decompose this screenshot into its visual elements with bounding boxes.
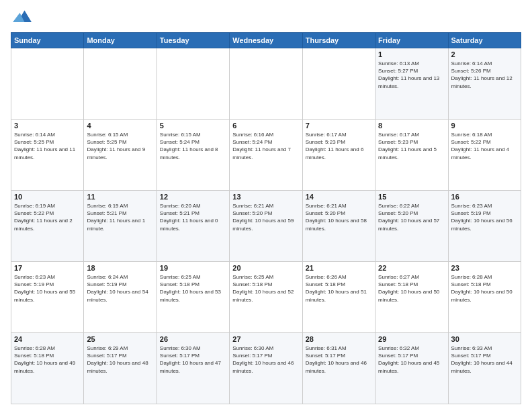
col-header-tuesday: Tuesday <box>157 33 229 48</box>
calendar-cell: 3Sunrise: 6:14 AMSunset: 5:25 PMDaylight… <box>11 120 84 191</box>
day-info: Sunrise: 6:15 AMSunset: 5:24 PMDaylight:… <box>160 131 226 161</box>
day-number: 11 <box>87 193 153 201</box>
day-info: Sunrise: 6:31 AMSunset: 5:17 PMDaylight:… <box>306 345 372 375</box>
day-info: Sunrise: 6:20 AMSunset: 5:21 PMDaylight:… <box>160 202 226 232</box>
day-number: 12 <box>160 193 226 201</box>
day-number: 13 <box>232 193 299 201</box>
calendar-header-row: SundayMondayTuesdayWednesdayThursdayFrid… <box>11 33 521 48</box>
day-number: 24 <box>14 335 81 343</box>
day-info: Sunrise: 6:29 AMSunset: 5:17 PMDaylight:… <box>87 345 153 375</box>
calendar-cell: 17Sunrise: 6:23 AMSunset: 5:19 PMDayligh… <box>11 262 84 333</box>
day-info: Sunrise: 6:30 AMSunset: 5:17 PMDaylight:… <box>232 345 299 375</box>
calendar-week-1: 1Sunrise: 6:13 AMSunset: 5:27 PMDaylight… <box>11 48 521 120</box>
day-info: Sunrise: 6:17 AMSunset: 5:23 PMDaylight:… <box>306 131 372 161</box>
calendar-cell <box>230 48 302 120</box>
calendar-week-5: 24Sunrise: 6:28 AMSunset: 5:18 PMDayligh… <box>11 333 521 404</box>
calendar-cell: 20Sunrise: 6:25 AMSunset: 5:18 PMDayligh… <box>230 262 302 333</box>
col-header-monday: Monday <box>84 33 157 48</box>
calendar-cell: 18Sunrise: 6:24 AMSunset: 5:19 PMDayligh… <box>84 262 157 333</box>
day-info: Sunrise: 6:22 AMSunset: 5:20 PMDaylight:… <box>378 202 445 232</box>
day-info: Sunrise: 6:21 AMSunset: 5:20 PMDaylight:… <box>232 202 299 232</box>
day-info: Sunrise: 6:16 AMSunset: 5:24 PMDaylight:… <box>232 131 299 161</box>
calendar-week-4: 17Sunrise: 6:23 AMSunset: 5:19 PMDayligh… <box>11 262 521 333</box>
day-number: 6 <box>232 122 299 130</box>
calendar-cell: 30Sunrise: 6:33 AMSunset: 5:17 PMDayligh… <box>448 333 521 404</box>
calendar-table: SundayMondayTuesdayWednesdayThursdayFrid… <box>11 32 521 404</box>
calendar-cell: 5Sunrise: 6:15 AMSunset: 5:24 PMDaylight… <box>157 120 229 191</box>
col-header-saturday: Saturday <box>448 33 521 48</box>
day-number: 23 <box>451 264 518 272</box>
calendar-cell: 16Sunrise: 6:23 AMSunset: 5:19 PMDayligh… <box>448 191 521 262</box>
day-number: 26 <box>160 335 226 343</box>
day-number: 21 <box>306 264 372 272</box>
calendar-cell: 11Sunrise: 6:19 AMSunset: 5:21 PMDayligh… <box>84 191 157 262</box>
calendar-cell <box>84 48 157 120</box>
day-number: 17 <box>14 264 81 272</box>
day-number: 7 <box>306 122 372 130</box>
day-number: 8 <box>378 122 445 130</box>
day-info: Sunrise: 6:26 AMSunset: 5:18 PMDaylight:… <box>306 273 372 304</box>
col-header-sunday: Sunday <box>11 33 84 48</box>
calendar-cell: 6Sunrise: 6:16 AMSunset: 5:24 PMDaylight… <box>230 120 302 191</box>
calendar-cell: 23Sunrise: 6:28 AMSunset: 5:18 PMDayligh… <box>448 262 521 333</box>
calendar-week-2: 3Sunrise: 6:14 AMSunset: 5:25 PMDaylight… <box>11 120 521 191</box>
calendar-week-3: 10Sunrise: 6:19 AMSunset: 5:22 PMDayligh… <box>11 191 521 262</box>
calendar-cell: 9Sunrise: 6:18 AMSunset: 5:22 PMDaylight… <box>448 120 521 191</box>
calendar-cell: 12Sunrise: 6:20 AMSunset: 5:21 PMDayligh… <box>157 191 229 262</box>
day-number: 30 <box>451 335 518 343</box>
calendar-cell: 21Sunrise: 6:26 AMSunset: 5:18 PMDayligh… <box>302 262 375 333</box>
day-info: Sunrise: 6:19 AMSunset: 5:21 PMDaylight:… <box>87 202 153 232</box>
calendar-cell: 2Sunrise: 6:14 AMSunset: 5:26 PMDaylight… <box>448 48 521 120</box>
day-info: Sunrise: 6:28 AMSunset: 5:18 PMDaylight:… <box>451 273 518 304</box>
col-header-wednesday: Wednesday <box>230 33 302 48</box>
day-info: Sunrise: 6:27 AMSunset: 5:18 PMDaylight:… <box>378 273 445 304</box>
calendar-cell: 22Sunrise: 6:27 AMSunset: 5:18 PMDayligh… <box>375 262 448 333</box>
calendar-cell: 26Sunrise: 6:30 AMSunset: 5:17 PMDayligh… <box>157 333 229 404</box>
day-info: Sunrise: 6:14 AMSunset: 5:26 PMDaylight:… <box>451 60 518 90</box>
day-info: Sunrise: 6:23 AMSunset: 5:19 PMDaylight:… <box>451 202 518 232</box>
day-number: 9 <box>451 122 518 130</box>
day-info: Sunrise: 6:21 AMSunset: 5:20 PMDaylight:… <box>306 202 372 232</box>
day-number: 14 <box>306 193 372 201</box>
day-info: Sunrise: 6:33 AMSunset: 5:17 PMDaylight:… <box>451 345 518 375</box>
day-number: 28 <box>306 335 372 343</box>
calendar-cell: 24Sunrise: 6:28 AMSunset: 5:18 PMDayligh… <box>11 333 84 404</box>
day-number: 25 <box>87 335 153 343</box>
day-number: 1 <box>378 50 445 58</box>
day-info: Sunrise: 6:25 AMSunset: 5:18 PMDaylight:… <box>160 273 226 304</box>
calendar-cell: 4Sunrise: 6:15 AMSunset: 5:25 PMDaylight… <box>84 120 157 191</box>
day-info: Sunrise: 6:15 AMSunset: 5:25 PMDaylight:… <box>87 131 153 161</box>
day-info: Sunrise: 6:28 AMSunset: 5:18 PMDaylight:… <box>14 345 81 375</box>
day-number: 18 <box>87 264 153 272</box>
calendar-cell: 8Sunrise: 6:17 AMSunset: 5:23 PMDaylight… <box>375 120 448 191</box>
col-header-thursday: Thursday <box>302 33 375 48</box>
calendar-cell: 19Sunrise: 6:25 AMSunset: 5:18 PMDayligh… <box>157 262 229 333</box>
calendar-cell: 28Sunrise: 6:31 AMSunset: 5:17 PMDayligh… <box>302 333 375 404</box>
day-info: Sunrise: 6:17 AMSunset: 5:23 PMDaylight:… <box>378 131 445 161</box>
calendar-cell: 25Sunrise: 6:29 AMSunset: 5:17 PMDayligh… <box>84 333 157 404</box>
day-info: Sunrise: 6:32 AMSunset: 5:17 PMDaylight:… <box>378 345 445 375</box>
day-number: 4 <box>87 122 153 130</box>
calendar-cell <box>302 48 375 120</box>
calendar-cell: 1Sunrise: 6:13 AMSunset: 5:27 PMDaylight… <box>375 48 448 120</box>
header <box>11 8 521 27</box>
page: SundayMondayTuesdayWednesdayThursdayFrid… <box>0 0 532 411</box>
calendar-cell: 7Sunrise: 6:17 AMSunset: 5:23 PMDaylight… <box>302 120 375 191</box>
day-number: 5 <box>160 122 226 130</box>
day-info: Sunrise: 6:18 AMSunset: 5:22 PMDaylight:… <box>451 131 518 161</box>
day-info: Sunrise: 6:25 AMSunset: 5:18 PMDaylight:… <box>232 273 299 304</box>
day-info: Sunrise: 6:19 AMSunset: 5:22 PMDaylight:… <box>14 202 81 232</box>
day-number: 15 <box>378 193 445 201</box>
day-info: Sunrise: 6:23 AMSunset: 5:19 PMDaylight:… <box>14 273 81 304</box>
calendar-cell: 29Sunrise: 6:32 AMSunset: 5:17 PMDayligh… <box>375 333 448 404</box>
calendar-cell: 14Sunrise: 6:21 AMSunset: 5:20 PMDayligh… <box>302 191 375 262</box>
day-number: 29 <box>378 335 445 343</box>
logo <box>11 8 32 27</box>
day-number: 27 <box>232 335 299 343</box>
day-info: Sunrise: 6:13 AMSunset: 5:27 PMDaylight:… <box>378 60 445 90</box>
day-number: 3 <box>14 122 81 130</box>
calendar-cell <box>157 48 229 120</box>
calendar-cell: 27Sunrise: 6:30 AMSunset: 5:17 PMDayligh… <box>230 333 302 404</box>
day-info: Sunrise: 6:30 AMSunset: 5:17 PMDaylight:… <box>160 345 226 375</box>
day-number: 19 <box>160 264 226 272</box>
